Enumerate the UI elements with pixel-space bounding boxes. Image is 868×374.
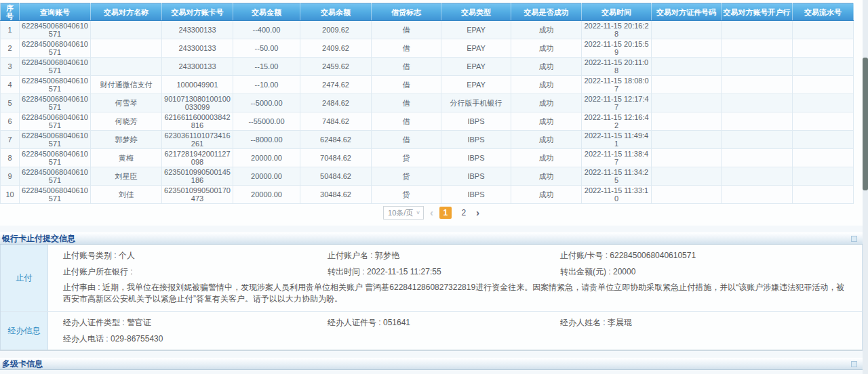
page-button-2[interactable]: 2	[458, 207, 470, 219]
field-operator-phone: 经办人电话 : 029-86755430	[48, 334, 328, 344]
table-cell: EPAY	[441, 21, 511, 39]
table-cell: 2022-11-15 20:16:28	[582, 21, 652, 39]
table-cell: 黄梅	[91, 149, 162, 167]
table-cell: --50.00	[233, 39, 300, 58]
table-cell: --55000.00	[233, 112, 300, 131]
table-cell	[793, 131, 854, 149]
table-cell: 成功	[511, 149, 582, 167]
table-row[interactable]: 26228450068040610571243300133--50.002409…	[1, 39, 854, 58]
transactions-panel: 序号查询账号交易对方名称交易对方账卡号交易金额交易余额借贷标志交易类型交易是否成…	[0, 0, 863, 226]
column-header: 交易对方账号开户行	[722, 3, 793, 21]
page-button-1[interactable]: 1	[439, 207, 452, 219]
table-cell	[722, 21, 793, 39]
transactions-table-head: 序号查询账号交易对方名称交易对方账卡号交易金额交易余额借贷标志交易类型交易是否成…	[1, 3, 854, 21]
table-cell	[793, 167, 854, 186]
table-row[interactable]: 96228450068040610571刘星臣62350109905001451…	[1, 167, 854, 186]
field-operator-id-number: 经办人证件号 : 051641	[328, 318, 560, 327]
table-cell: 6230361101073416261	[162, 131, 233, 149]
multicard-section-title: 多级卡信息	[2, 359, 43, 369]
collapse-icon[interactable]	[851, 361, 857, 367]
table-row[interactable]: 66228450068040610571何晓芳62166116000038428…	[1, 112, 854, 131]
table-cell: 何晓芳	[91, 112, 162, 131]
table-cell: 2409.62	[300, 39, 372, 58]
table-cell: IBPS	[441, 167, 511, 186]
table-cell	[652, 149, 722, 167]
column-header: 序号	[1, 3, 20, 21]
operator-info-group: 经办信息 经办人证件类型 : 警官证 经办人证件号 : 051641 经办人姓名…	[1, 312, 862, 350]
table-cell: 郭梦婷	[91, 131, 162, 149]
table-cell: 借	[372, 58, 441, 76]
table-cell: 贷	[372, 149, 441, 167]
table-cell: 6228450068040610571	[20, 39, 91, 58]
next-page-icon[interactable]: ›	[476, 207, 479, 219]
dropdown-caret-icon: ∨	[416, 210, 420, 215]
table-cell: 2009.62	[300, 21, 372, 39]
table-cell: 6	[1, 112, 20, 131]
page-size-select[interactable]: 10条/页 ∨	[383, 206, 424, 220]
table-cell: 刘星臣	[91, 167, 162, 186]
prev-page-icon[interactable]: ‹	[430, 207, 433, 219]
table-row[interactable]: 56228450068040610571何雪琴90107130801001000…	[1, 94, 854, 112]
table-cell: 20000.00	[233, 149, 300, 167]
table-cell	[793, 94, 854, 112]
table-cell: 243300133	[162, 21, 233, 39]
table-cell	[722, 149, 793, 167]
table-cell: 借	[372, 131, 441, 149]
scrollbar-thumb[interactable]	[863, 58, 868, 190]
table-cell	[652, 112, 722, 131]
table-cell	[722, 58, 793, 76]
table-row[interactable]: 76228450068040610571郭梦婷62303611010734162…	[1, 131, 854, 149]
column-header: 交易时间	[582, 3, 652, 21]
table-cell: --10.00	[233, 76, 300, 94]
table-cell: IBPS	[441, 186, 511, 204]
table-cell	[793, 76, 854, 94]
table-cell	[722, 112, 793, 131]
stop-payment-group-label: 止付	[1, 245, 48, 311]
table-cell	[652, 186, 722, 204]
table-cell: 6228450068040610571	[20, 94, 91, 112]
table-cell	[722, 167, 793, 186]
page-size-label: 10条/页	[388, 208, 413, 218]
table-cell: 8	[1, 149, 20, 167]
table-cell: 贷	[372, 167, 441, 186]
scrollbar-track[interactable]	[863, 0, 868, 374]
table-cell: 7484.62	[300, 112, 372, 131]
table-cell: 6228450068040610571	[20, 21, 91, 39]
table-cell: --8000.00	[233, 131, 300, 149]
table-cell	[91, 21, 162, 39]
table-cell: 9010713080100100033099	[162, 94, 233, 112]
table-row[interactable]: 36228450068040610571243300133--15.002459…	[1, 58, 854, 76]
table-cell	[793, 58, 854, 76]
table-cell: 2022-11-15 11:34:25	[582, 167, 652, 186]
table-cell: 30484.62	[300, 186, 372, 204]
operator-info-fields: 经办人证件类型 : 警官证 经办人证件号 : 051641 经办人姓名 : 李晨…	[48, 312, 862, 350]
table-cell: 刘佳	[91, 186, 162, 204]
table-cell: 成功	[511, 167, 582, 186]
table-cell: 借	[372, 94, 441, 112]
table-cell: 成功	[511, 94, 582, 112]
table-cell	[722, 131, 793, 149]
table-cell	[793, 21, 854, 39]
table-cell: 20000.00	[233, 186, 300, 204]
column-header: 借贷标志	[372, 3, 441, 21]
table-cell: 成功	[511, 186, 582, 204]
table-cell: 成功	[511, 39, 582, 58]
table-cell: 4	[1, 76, 20, 94]
table-cell: IBPS	[441, 131, 511, 149]
table-cell: 分行版手机银行	[441, 94, 511, 112]
table-cell: 借	[372, 76, 441, 94]
multicard-section-header: 多级卡信息	[0, 358, 863, 370]
table-row[interactable]: 16228450068040610571243300133--400.00200…	[1, 21, 854, 39]
table-cell: 2022-11-15 11:49:41	[582, 131, 652, 149]
table-cell: 2459.62	[300, 58, 372, 76]
table-cell: 6228450068040610571	[20, 58, 91, 76]
field-operator-id-type: 经办人证件类型 : 警官证	[48, 318, 328, 327]
column-header: 交易类型	[441, 3, 511, 21]
table-cell: 何雪琴	[91, 94, 162, 112]
table-cell	[793, 149, 854, 167]
collapse-icon[interactable]	[851, 236, 857, 242]
table-row[interactable]: 86228450068040610571黄梅621728194200112709…	[1, 149, 854, 167]
table-row[interactable]: 106228450068040610571刘佳62350109905001704…	[1, 186, 854, 204]
table-row[interactable]: 46228450068040610571财付通微信支付1000049901--1…	[1, 76, 854, 94]
table-cell: 2484.62	[300, 94, 372, 112]
